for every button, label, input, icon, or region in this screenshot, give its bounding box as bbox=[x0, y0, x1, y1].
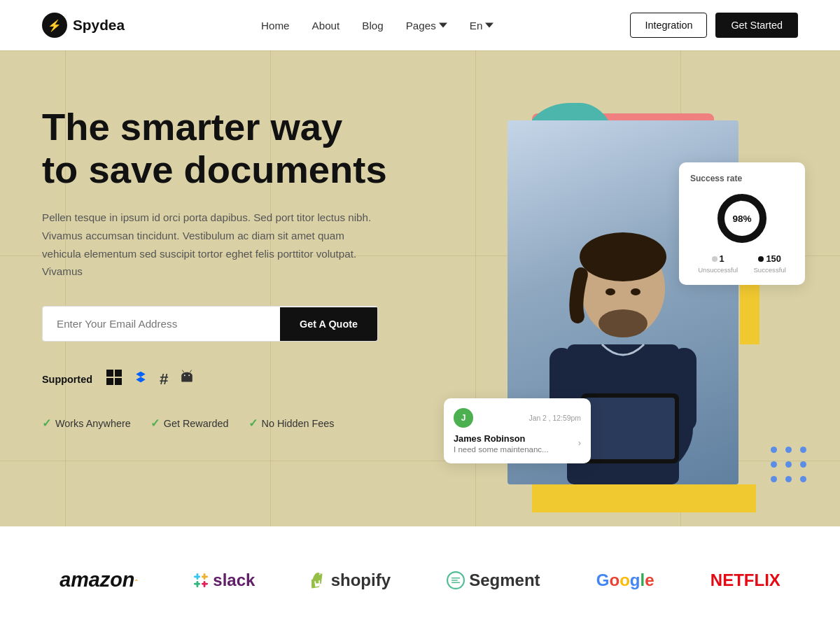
logo-text: Spydea bbox=[73, 17, 125, 34]
feature-no-hidden-fees: ✓ No Hidden Fees bbox=[248, 416, 335, 430]
message-time: Jan 2 , 12:59pm bbox=[528, 414, 581, 422]
message-arrow-icon: › bbox=[578, 438, 581, 448]
supported-section: Supported # bbox=[42, 370, 458, 388]
svg-rect-18 bbox=[585, 398, 675, 459]
email-form: Get A Quote bbox=[42, 306, 378, 342]
svg-rect-1 bbox=[115, 370, 122, 377]
android-icon bbox=[179, 370, 195, 388]
svg-point-13 bbox=[606, 288, 615, 295]
windows-icon bbox=[106, 370, 122, 388]
feature-get-rewarded: ✓ Get Rewarded bbox=[150, 416, 229, 430]
message-preview-text: I need some maintenanc... bbox=[454, 445, 567, 454]
get-started-button[interactable]: Get Started bbox=[715, 13, 798, 38]
success-stats: 1 Unsuccessful 150 Successful bbox=[690, 253, 794, 274]
check-icon-3: ✓ bbox=[248, 416, 258, 430]
cta-button[interactable]: Get A Quote bbox=[280, 307, 377, 341]
message-card: J Jan 2 , 12:59pm James Robinson I need … bbox=[444, 398, 591, 463]
success-card: Success rate 98% 1 Unsuccessful bbox=[679, 162, 805, 285]
google-logo: Google bbox=[596, 570, 654, 590]
slack-logo: slack bbox=[193, 570, 255, 590]
unsuccessful-dot bbox=[712, 256, 718, 262]
nav-pages-dropdown[interactable]: Pages bbox=[406, 20, 447, 31]
donut-percentage: 98% bbox=[732, 214, 751, 224]
segment-logo: Segment bbox=[447, 570, 540, 590]
nav-lang-dropdown[interactable]: En bbox=[470, 20, 494, 31]
blue-dots-decoration bbox=[769, 444, 808, 484]
unsuccessful-label: Unsuccessful bbox=[698, 266, 738, 274]
feature-label-1: Works Anywhere bbox=[55, 418, 131, 429]
check-icon-2: ✓ bbox=[150, 416, 160, 430]
check-icon-1: ✓ bbox=[42, 416, 51, 430]
hero-title: The smarter way to save documents bbox=[42, 106, 458, 192]
email-input[interactable] bbox=[43, 307, 280, 341]
svg-marker-5 bbox=[136, 372, 145, 382]
feature-label-2: Get Rewarded bbox=[164, 418, 229, 429]
svg-rect-28 bbox=[202, 582, 208, 584]
svg-rect-24 bbox=[194, 582, 200, 584]
svg-rect-22 bbox=[194, 575, 200, 578]
dropbox-icon bbox=[133, 370, 148, 388]
hero-title-line2: to save documents bbox=[42, 148, 387, 191]
svg-point-7 bbox=[189, 375, 190, 377]
features-list: ✓ Works Anywhere ✓ Get Rewarded ✓ No Hid… bbox=[42, 416, 458, 430]
donut-chart: 98% bbox=[690, 190, 794, 246]
nav-home[interactable]: Home bbox=[261, 20, 290, 31]
hero-title-line1: The smarter way bbox=[42, 106, 342, 148]
partners-section: amazonˆ slack shopify Segment Google bbox=[0, 526, 840, 630]
message-avatar: J bbox=[454, 408, 473, 428]
successful-label: Successful bbox=[753, 266, 785, 274]
svg-point-14 bbox=[631, 288, 640, 295]
segment-label: Segment bbox=[469, 570, 540, 590]
nav-actions: Integration Get Started bbox=[630, 13, 798, 38]
success-card-title: Success rate bbox=[690, 174, 794, 183]
svg-rect-26 bbox=[202, 575, 208, 578]
feature-works-anywhere: ✓ Works Anywhere bbox=[42, 416, 131, 430]
navbar: ⚡ Spydea Home About Blog Pages En Integr… bbox=[0, 0, 840, 50]
supported-icons: # bbox=[106, 370, 195, 388]
successful-dot bbox=[758, 256, 764, 262]
shopify-label: shopify bbox=[331, 570, 391, 590]
nav-links: Home About Blog Pages En bbox=[261, 20, 493, 31]
successful-count: 150 bbox=[766, 253, 780, 264]
nav-about[interactable]: About bbox=[312, 20, 340, 31]
hero-description: Pellen tesque in ipsum id orci porta dap… bbox=[42, 209, 378, 281]
stat-successful: 150 Successful bbox=[753, 253, 785, 274]
logo[interactable]: ⚡ Spydea bbox=[42, 13, 125, 38]
svg-point-12 bbox=[598, 309, 648, 337]
amazon-logo: amazonˆ bbox=[59, 568, 137, 592]
slack-label: slack bbox=[213, 570, 255, 590]
hero-left: The smarter way to save documents Pellen… bbox=[42, 92, 458, 526]
shopify-logo: shopify bbox=[312, 570, 391, 590]
svg-rect-2 bbox=[106, 378, 113, 385]
netflix-logo: NETFLIX bbox=[710, 570, 780, 590]
svg-point-11 bbox=[580, 232, 666, 281]
integration-button[interactable]: Integration bbox=[630, 13, 707, 38]
netflix-label: NETFLIX bbox=[710, 570, 780, 589]
message-sender-name: James Robinson bbox=[454, 433, 567, 444]
logo-icon: ⚡ bbox=[42, 13, 67, 38]
supported-label: Supported bbox=[42, 374, 92, 385]
svg-rect-3 bbox=[115, 378, 122, 385]
hero-right: Success rate 98% 1 Unsuccessful bbox=[458, 92, 798, 526]
svg-rect-0 bbox=[106, 370, 113, 377]
hash-icon: # bbox=[160, 370, 168, 388]
nav-blog[interactable]: Blog bbox=[362, 20, 383, 31]
unsuccessful-count: 1 bbox=[720, 253, 724, 264]
stat-unsuccessful: 1 Unsuccessful bbox=[698, 253, 738, 274]
svg-point-6 bbox=[184, 375, 186, 377]
hero-section: The smarter way to save documents Pellen… bbox=[0, 50, 840, 526]
deco-yellow-bottom bbox=[532, 484, 756, 512]
message-header: J Jan 2 , 12:59pm bbox=[454, 408, 581, 428]
feature-label-3: No Hidden Fees bbox=[262, 418, 335, 429]
